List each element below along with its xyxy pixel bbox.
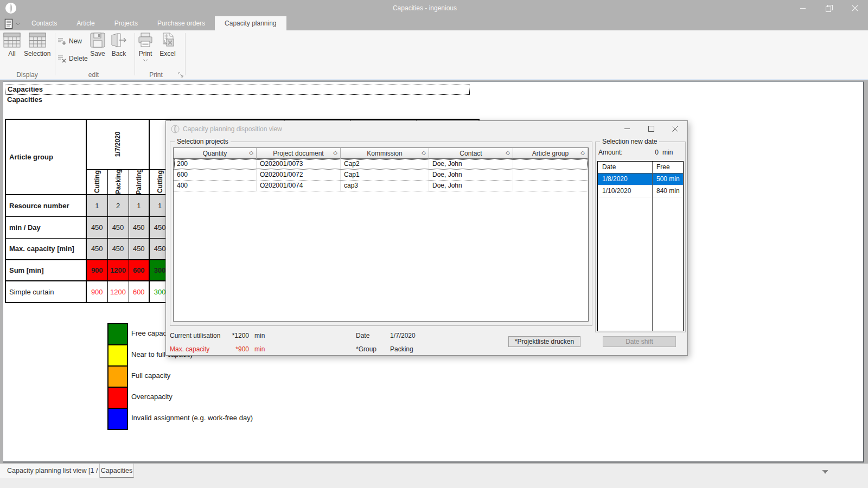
app-logo-icon (4, 2, 17, 15)
capacity-cell: 1 (86, 195, 107, 216)
date-table: Date Free 1/8/2020500 min1/10/2020840 mi… (597, 161, 684, 331)
print-button[interactable]: Print (137, 33, 154, 62)
minimize-button[interactable] (791, 0, 815, 16)
project-row[interactable]: 600O202001/0072Cap1Doe, John (174, 170, 588, 181)
date-shift-button[interactable]: Date shift (603, 336, 676, 347)
sort-diamond-icon[interactable]: ◇ (422, 150, 426, 156)
capacity-cell: 2 (107, 195, 129, 216)
capacity-cell[interactable]: 900 (86, 260, 107, 281)
date-table-divider (652, 162, 653, 331)
statusbar-tab-capacity-planning-list-view[interactable]: Capacity planning list view [1 / 1] (0, 464, 100, 478)
free-date-row[interactable]: 1/8/2020500 min (598, 174, 683, 185)
capacity-planning-disposition-dialog: Capacity planning disposition view Selec… (165, 120, 688, 356)
project-cell: Doe, John (429, 159, 513, 169)
edit-group-label: edit (71, 71, 117, 79)
column-header-contact[interactable]: Contact◇ (429, 148, 513, 159)
group-label: *Group (356, 345, 376, 353)
current-utilisation-value: *1200 (216, 332, 249, 339)
back-button[interactable]: Back (110, 33, 127, 57)
capacity-cell[interactable]: 1200 (107, 260, 129, 281)
restore-button[interactable] (817, 0, 841, 16)
tab-contacts[interactable]: Contacts (22, 16, 67, 30)
column-header-label: Article group (532, 150, 569, 157)
sort-diamond-icon[interactable]: ◇ (580, 150, 585, 156)
legend-label-overcapacity: Overcapacity (131, 393, 173, 401)
chevron-down-icon (16, 23, 20, 25)
report-title-selected[interactable]: Capacities (5, 85, 470, 95)
delete-button[interactable]: Delete (58, 53, 88, 64)
date-column-header[interactable]: Date (598, 162, 652, 173)
project-cell: 600 (174, 170, 257, 180)
ribbon-separator (55, 33, 55, 75)
new-button-label: New (69, 37, 82, 45)
project-cell: Doe, John (429, 181, 513, 191)
capacity-cell[interactable]: 600 (129, 260, 149, 281)
all-button[interactable]: All (3, 33, 21, 57)
legend-swatch-full-capacity (108, 365, 127, 387)
tab-article[interactable]: Article (67, 16, 104, 30)
column-header-quantity[interactable]: Quantity◇ (174, 148, 257, 159)
resource-group-label: Cutting (93, 170, 101, 193)
dialog-maximize-button[interactable] (643, 121, 659, 136)
back-button-label: Back (112, 50, 126, 57)
project-row[interactable]: 200O202001/0073Cap2Doe, John (174, 159, 588, 170)
current-utilisation-label: Current utilisation (170, 332, 220, 339)
excel-button-label: Excel (159, 50, 175, 57)
date-group-header: 1/7/2020 (86, 119, 149, 169)
capacity-cell: 450 (107, 216, 129, 238)
tab-purchase-orders[interactable]: Purchase orders (148, 16, 215, 30)
legend-swatch-near-to-full-capacity (108, 344, 127, 365)
column-header-label: Quantity (203, 150, 227, 157)
dialog-titlebar: Capacity planning disposition view (166, 121, 687, 137)
column-header-article-group[interactable]: Article group◇ (513, 148, 588, 159)
project-row[interactable]: 400O202001/0074cap3Doe, John (174, 181, 588, 191)
table-icon (3, 33, 21, 48)
amount-unit: min (662, 149, 673, 156)
capacity-table-corner: Article group (5, 119, 86, 195)
project-cell: 400 (174, 181, 257, 191)
save-button[interactable]: Save (90, 33, 106, 57)
sort-diamond-icon[interactable]: ◇ (506, 150, 510, 156)
app-menu-button[interactable] (4, 17, 20, 30)
max-capacity-value: *900 (216, 345, 249, 353)
resource-group-header: Painting (129, 169, 149, 195)
excel-icon (159, 33, 176, 48)
resource-group-label: Painting (135, 169, 143, 195)
free-date-cell-free: 840 min (652, 185, 683, 197)
dialog-minimize-button[interactable] (619, 121, 635, 136)
sort-diamond-icon[interactable]: ◇ (333, 150, 337, 156)
new-button[interactable]: New (58, 36, 82, 47)
print-dialog-launcher-icon[interactable] (178, 72, 184, 78)
row-label-simple-curtain: Simple curtain (5, 281, 86, 303)
statusbar-tab-capacities[interactable]: Capacities (100, 464, 134, 478)
column-header-kommission[interactable]: Kommission◇ (341, 148, 429, 159)
free-date-cell-free: 500 min (652, 174, 683, 185)
row-label-resource-number: Resource number (5, 195, 86, 216)
resource-group-header: Packing (107, 169, 129, 195)
statusbar: Capacity planning list view [1 / 1] Capa… (0, 464, 868, 488)
tab-capacity-planning[interactable]: Capacity planning (215, 16, 286, 30)
capacity-cell: 450 (86, 216, 107, 238)
tab-projects[interactable]: Projects (105, 16, 148, 30)
ribbon-separator (135, 33, 135, 75)
free-date-row[interactable]: 1/10/2020840 min (598, 185, 683, 197)
selection-button[interactable]: Selection (24, 33, 50, 57)
capacity-cell[interactable]: 600 (129, 281, 149, 303)
excel-button[interactable]: Excel (159, 33, 176, 57)
table-icon (29, 33, 46, 48)
close-button[interactable] (843, 0, 867, 16)
column-header-project-document[interactable]: Project document◇ (257, 148, 341, 159)
dialog-close-button[interactable] (667, 121, 683, 136)
selection-projects-label: Selection projects (175, 138, 231, 145)
print-icon (137, 33, 154, 48)
capacity-cell[interactable]: 900 (86, 281, 107, 303)
row-label-sum-min: Sum [min] (5, 260, 86, 281)
date-label: Date (356, 332, 369, 339)
free-column-header[interactable]: Free (652, 162, 683, 173)
capacity-cell[interactable]: 1200 (107, 281, 129, 303)
sort-diamond-icon[interactable]: ◇ (249, 150, 253, 156)
statusbar-dropdown-icon[interactable] (822, 470, 828, 474)
project-cell: O202001/0073 (257, 159, 341, 169)
group-value: Packing (390, 345, 413, 353)
print-project-list-button[interactable]: *Projektliste drucken (508, 336, 580, 347)
